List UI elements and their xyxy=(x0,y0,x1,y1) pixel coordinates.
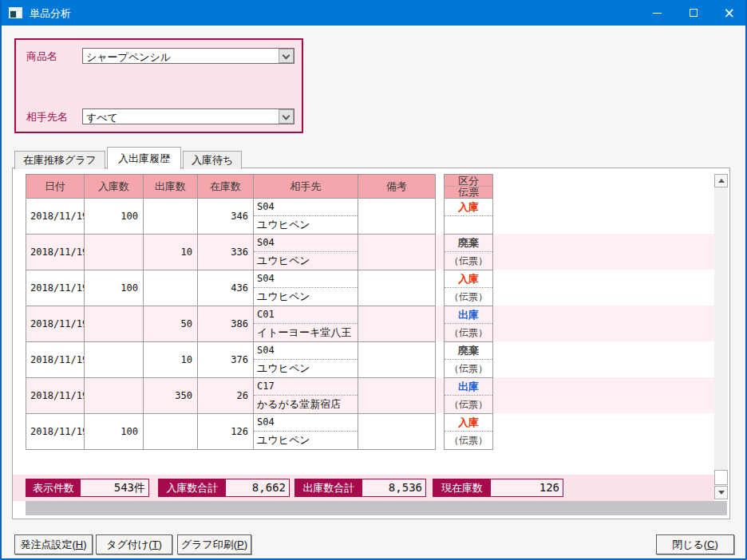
tag-button[interactable]: タグ付け(T) xyxy=(96,534,172,554)
vertical-scrollbar[interactable] xyxy=(714,174,728,499)
app-icon xyxy=(9,7,22,18)
minimize-icon xyxy=(653,13,662,14)
stat-label: 入庫数合計 xyxy=(159,479,226,496)
stock-qty-cell: 436 xyxy=(198,270,254,306)
tab-stock-graph[interactable]: 在庫推移グラフ xyxy=(14,151,105,169)
stat-current-stock: 現在庫数126 xyxy=(433,479,563,497)
button-label-pre: 閉じる( xyxy=(672,538,707,552)
in-qty-cell xyxy=(85,235,144,270)
slip-link[interactable]: （伝票） xyxy=(445,288,492,306)
table-row[interactable]: 2018/11/1935026C17かるがる堂新宿店 xyxy=(26,378,436,414)
kubun-header-bottom: 伝票 xyxy=(445,187,492,198)
button-label-post: ) xyxy=(83,538,86,550)
note-cell xyxy=(358,414,436,450)
stat-label: 表示件数 xyxy=(26,479,81,496)
tab-inout-history[interactable]: 入出庫履歴 xyxy=(107,147,181,169)
history-table: 日付入庫数出庫数在庫数相手先備考 2018/11/19100346S04ユウヒペ… xyxy=(26,174,436,450)
chevron-down-icon xyxy=(283,52,290,60)
table-row[interactable]: 2018/11/19100436S04ユウヒペン xyxy=(26,270,436,306)
partner-code: C01 xyxy=(254,306,358,324)
in-qty-cell: 100 xyxy=(85,414,144,450)
table-row[interactable]: 2018/11/1910336S04ユウヒペン xyxy=(26,235,436,270)
slip-link[interactable]: （伝票） xyxy=(445,360,492,377)
stat-value: 126 xyxy=(491,479,563,496)
out-qty-cell xyxy=(144,199,198,235)
product-name-combobox[interactable]: シャープペンシル xyxy=(82,48,294,64)
in-qty-cell xyxy=(85,342,144,378)
partner-code: S04 xyxy=(254,414,358,432)
close-button[interactable]: 閉じる(C) xyxy=(656,534,734,554)
tab-stock-waiting[interactable]: 入庫待ち xyxy=(183,151,242,169)
horizontal-scrollbar[interactable] xyxy=(26,501,727,515)
in-qty-cell xyxy=(85,378,144,414)
partner-code: S04 xyxy=(254,270,358,288)
partner-code: S04 xyxy=(254,199,358,216)
slip-link[interactable]: （伝票） xyxy=(445,252,492,270)
scrollbar-thumb[interactable] xyxy=(714,470,728,485)
table-row[interactable]: 2018/11/19100126S04ユウヒペン xyxy=(26,414,436,450)
partner-code: C17 xyxy=(254,378,358,396)
kubun-cell: 出庫（伝票） xyxy=(445,378,493,414)
scroll-up-icon xyxy=(718,179,725,183)
stat-label: 現在庫数 xyxy=(433,479,491,496)
button-mnemonic: P xyxy=(237,538,244,550)
date-cell: 2018/11/19 xyxy=(26,235,85,270)
partner-name-combobox[interactable]: すべて xyxy=(82,108,294,124)
kubun-table: 区分 伝票 入庫廃棄（伝票）入庫（伝票）出庫（伝票）廃棄（伝票）出庫（伝票）入庫… xyxy=(444,174,493,450)
table-row[interactable]: 2018/11/19100346S04ユウヒペン xyxy=(26,199,436,235)
column-header-row: 日付入庫数出庫数在庫数相手先備考 xyxy=(26,175,436,199)
minimize-button[interactable] xyxy=(639,0,675,26)
dialog-window: 単品分析 × 商品名 シャープペンシル 相手先名 すべて 在庫推移グラフ入出庫履… xyxy=(0,0,747,560)
date-cell: 2018/11/19 xyxy=(26,414,85,450)
kubun-row: 入庫 xyxy=(445,199,493,235)
kubun-header-row: 区分 伝票 xyxy=(445,175,493,199)
stat-label: 出庫数合計 xyxy=(295,479,362,496)
product-dropdown-button[interactable] xyxy=(279,49,294,63)
stock-qty-cell: 386 xyxy=(198,306,254,342)
partner-code: S04 xyxy=(254,342,358,360)
note-cell xyxy=(358,342,436,378)
scroll-up-button[interactable] xyxy=(714,174,728,187)
button-label-post: ) xyxy=(244,538,247,550)
partner-name: ユウヒペン xyxy=(254,252,358,270)
stat-value: 543件 xyxy=(81,479,148,496)
kubun-cell: 廃棄（伝票） xyxy=(445,235,493,270)
maximize-icon xyxy=(690,9,698,17)
slip-link xyxy=(445,216,492,234)
slip-link[interactable]: （伝票） xyxy=(445,324,492,341)
column-header: 備考 xyxy=(358,175,436,199)
kubun-cell: 廃棄（伝票） xyxy=(445,342,493,378)
close-icon: × xyxy=(723,6,734,20)
out-qty-cell: 350 xyxy=(144,378,198,414)
stock-qty-cell: 126 xyxy=(198,414,254,450)
table-row[interactable]: 2018/11/1950386C01イトーヨーキ堂八王子 xyxy=(26,306,436,342)
stock-qty-cell: 376 xyxy=(198,342,254,378)
order-point-button[interactable]: 発注点設定(H) xyxy=(14,534,93,554)
kubun-row: 廃棄（伝票） xyxy=(445,235,493,270)
kubun-cell: 入庫 xyxy=(445,199,493,235)
slip-link[interactable]: （伝票） xyxy=(445,396,492,413)
partner-cell: C17かるがる堂新宿店 xyxy=(254,378,358,414)
table-row[interactable]: 2018/11/1910376S04ユウヒペン xyxy=(26,342,436,378)
kubun-cell: 入庫（伝票） xyxy=(445,270,493,306)
note-cell xyxy=(358,306,436,342)
out-qty-cell xyxy=(144,270,198,306)
in-qty-cell xyxy=(85,306,144,342)
partner-name: ユウヒペン xyxy=(254,216,358,234)
partner-dropdown-button[interactable] xyxy=(279,109,294,124)
slip-link[interactable]: （伝票） xyxy=(445,432,492,449)
graph-print-button[interactable]: グラフ印刷(P) xyxy=(177,534,251,554)
close-window-button[interactable]: × xyxy=(711,0,747,26)
titlebar: 単品分析 × xyxy=(0,0,747,26)
partner-cell: S04ユウヒペン xyxy=(254,342,358,378)
product-name-value: シャープペンシル xyxy=(86,50,171,65)
out-qty-cell: 10 xyxy=(144,342,198,378)
maximize-button[interactable] xyxy=(675,0,711,26)
column-header: 出庫数 xyxy=(144,175,198,199)
date-cell: 2018/11/19 xyxy=(26,306,85,342)
scroll-down-button[interactable] xyxy=(714,486,728,499)
kubun-value: 廃棄 xyxy=(445,342,492,360)
button-mnemonic: H xyxy=(76,538,83,550)
note-cell xyxy=(358,199,436,235)
out-qty-cell: 10 xyxy=(144,235,198,270)
